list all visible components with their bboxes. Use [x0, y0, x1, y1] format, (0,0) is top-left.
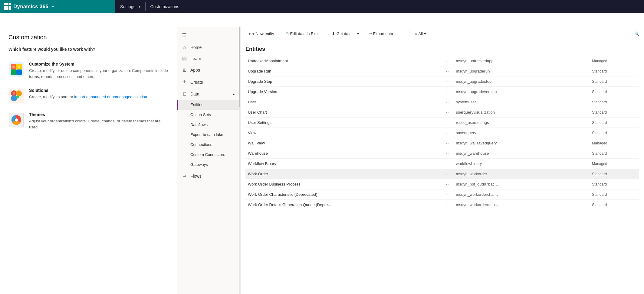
entity-more-button[interactable]: ···: [444, 148, 454, 159]
entity-more-button[interactable]: ···: [444, 200, 454, 210]
feature-item-themes[interactable]: Themes Adjust your organization's colors…: [8, 112, 168, 130]
entity-logical-name-cell: msdyn_upgradeversion: [453, 87, 590, 97]
entity-type-cell: Standard: [590, 87, 639, 97]
sidebar-apps-label: Apps: [190, 68, 200, 73]
sidebar-learn-label: Learn: [190, 56, 201, 61]
solutions-icon: [8, 88, 24, 104]
sidebar-item-create[interactable]: + Create: [177, 76, 240, 88]
entity-type-cell: Standard: [590, 169, 639, 179]
entity-more-button[interactable]: ···: [444, 56, 454, 66]
more-options-icon: ···: [400, 31, 404, 36]
entity-more-button[interactable]: ···: [444, 128, 454, 138]
entity-name-cell: User: [245, 97, 444, 107]
entity-more-button[interactable]: ···: [444, 179, 454, 189]
table-row[interactable]: User Chart ··· userqueryvisualization St…: [245, 107, 639, 118]
entity-name-cell: Workflow Binary: [245, 159, 444, 169]
new-entity-button[interactable]: + + New entity: [245, 30, 277, 38]
entity-more-button[interactable]: ···: [444, 118, 454, 128]
table-row[interactable]: Upgrade Run ··· msdyn_upgraderun Standar…: [245, 66, 639, 76]
edit-data-excel-button[interactable]: ⊞ Edit data in Excel: [282, 30, 324, 38]
waffle-icon-dynamics[interactable]: [4, 3, 11, 10]
sidebar-sub-item-entities[interactable]: Entities: [177, 100, 240, 110]
export-data-button[interactable]: ↦ Export data: [366, 30, 396, 38]
feature-item-customize[interactable]: Customize the System Create, modify, or …: [8, 62, 168, 79]
connections-label: Connections: [190, 142, 212, 147]
all-label: All: [418, 31, 422, 36]
table-row[interactable]: Work Order ··· msdyn_workorder Standard: [245, 169, 639, 179]
option-sets-label: Option Sets: [190, 112, 211, 117]
entity-more-button[interactable]: ···: [444, 97, 454, 107]
entities-panel: Entities UntrackedAppointment ··· msdyn_…: [241, 41, 644, 294]
sidebar-item-home[interactable]: ⌂ Home: [177, 42, 240, 53]
entity-more-button[interactable]: ···: [444, 76, 454, 87]
table-row[interactable]: Warehouse ··· msdyn_warehouse Standard: [245, 148, 639, 159]
entity-name-cell: Upgrade Version: [245, 87, 444, 97]
feature-item-solutions[interactable]: Solutions Create, modify, export, or imp…: [8, 88, 168, 104]
table-row[interactable]: User ··· systemuser Standard: [245, 97, 639, 107]
table-row[interactable]: UntrackedAppointment ··· msdyn_untracked…: [245, 56, 639, 66]
table-row[interactable]: Upgrade Step ··· msdyn_upgradestep Stand…: [245, 76, 639, 87]
customizations-menu-item[interactable]: Customizations: [146, 0, 184, 13]
more-options-button[interactable]: ···: [397, 30, 407, 38]
entity-type-cell: Managed: [590, 56, 639, 66]
dynamics-chevron-icon[interactable]: ▾: [52, 5, 54, 9]
entity-more-button[interactable]: ···: [444, 66, 454, 76]
entity-more-button[interactable]: ···: [444, 87, 454, 97]
export-data-lake-label: Export to data lake: [190, 132, 223, 137]
get-data-label: Get data: [337, 31, 352, 36]
left-panel: Customization Which feature would you li…: [0, 27, 177, 294]
entity-name-cell: Warehouse: [245, 148, 444, 159]
feature-question: Which feature would you like to work wit…: [8, 47, 168, 54]
sidebar-sub-item-custom-connectors[interactable]: Custom Connectors: [177, 150, 240, 160]
table-row[interactable]: View ··· savedquery Standard: [245, 128, 639, 138]
sidebar-item-data[interactable]: ⊟ Data ▲: [177, 88, 240, 100]
entity-type-cell: Standard: [590, 148, 639, 159]
entity-logical-name-cell: msdyn_untrackedapp...: [453, 56, 590, 66]
all-filter-button[interactable]: ≡ All ▾: [412, 30, 429, 38]
sidebar-sub-item-gateways[interactable]: Gateways: [177, 160, 240, 170]
table-row[interactable]: User Settings ··· resco_usersettings Sta…: [245, 118, 639, 128]
flows-label: Flows: [190, 174, 202, 179]
svg-rect-4: [16, 69, 22, 75]
solutions-import-link[interactable]: import a managed or unmanaged solution: [74, 95, 147, 99]
entities-table: UntrackedAppointment ··· msdyn_untracked…: [245, 56, 639, 210]
sidebar-sub-item-export-data-lake[interactable]: Export to data lake: [177, 130, 240, 140]
entity-more-button[interactable]: ···: [444, 189, 454, 200]
entity-logical-name-cell: userqueryvisualization: [453, 107, 590, 118]
data-icon: ⊟: [182, 91, 187, 97]
table-row[interactable]: Work Order Details Generation Queue (Dep…: [245, 200, 639, 210]
entity-type-cell: Standard: [590, 128, 639, 138]
sidebar-item-learn[interactable]: 📖 Learn: [177, 53, 240, 64]
table-row[interactable]: Workflow Binary ··· workflowbinary Manag…: [245, 159, 639, 169]
entity-more-button[interactable]: ···: [444, 169, 454, 179]
sidebar-item-flows[interactable]: ⇌ Flows: [177, 171, 240, 182]
entity-logical-name-cell: msdyn_upgraderun: [453, 66, 590, 76]
entity-more-button[interactable]: ···: [444, 138, 454, 148]
dataflows-label: Dataflows: [190, 122, 208, 127]
table-row[interactable]: Work Order Business Process ··· msdyn_bp…: [245, 179, 639, 189]
table-row[interactable]: Wall View ··· msdyn_wallsavedquery Manag…: [245, 138, 639, 148]
table-row[interactable]: Upgrade Version ··· msdyn_upgradeversion…: [245, 87, 639, 97]
entity-logical-name-cell: systemuser: [453, 97, 590, 107]
get-data-button[interactable]: ⬇ Get data: [329, 30, 355, 38]
entity-name-cell: Work Order Characteristic (Deprecated): [245, 189, 444, 200]
search-area[interactable]: 🔍: [634, 31, 639, 36]
sidebar-sub-item-connections[interactable]: Connections: [177, 140, 240, 150]
toolbar-chevron-button[interactable]: ▾: [356, 30, 360, 38]
entity-type-cell: Standard: [590, 179, 639, 189]
table-row[interactable]: Work Order Characteristic (Deprecated) ·…: [245, 189, 639, 200]
themes-title: Themes: [29, 112, 168, 117]
sidebar-sub-item-option-sets[interactable]: Option Sets: [177, 110, 240, 120]
sidebar-sub-item-dataflows[interactable]: Dataflows: [177, 120, 240, 130]
entity-more-button[interactable]: ···: [444, 159, 454, 169]
entity-more-button[interactable]: ···: [444, 107, 454, 118]
sidebar-item-apps[interactable]: ⊞ Apps: [177, 64, 240, 76]
entity-logical-name-cell: msdyn_wallsavedquery: [453, 138, 590, 148]
entity-type-cell: Managed: [590, 138, 639, 148]
hamburger-menu[interactable]: ☰: [177, 29, 240, 42]
entity-type-cell: Standard: [590, 118, 639, 128]
svg-point-9: [16, 90, 22, 96]
settings-menu-item[interactable]: Settings ▾: [115, 0, 145, 13]
svg-point-11: [16, 95, 19, 99]
entity-type-cell: Standard: [590, 66, 639, 76]
